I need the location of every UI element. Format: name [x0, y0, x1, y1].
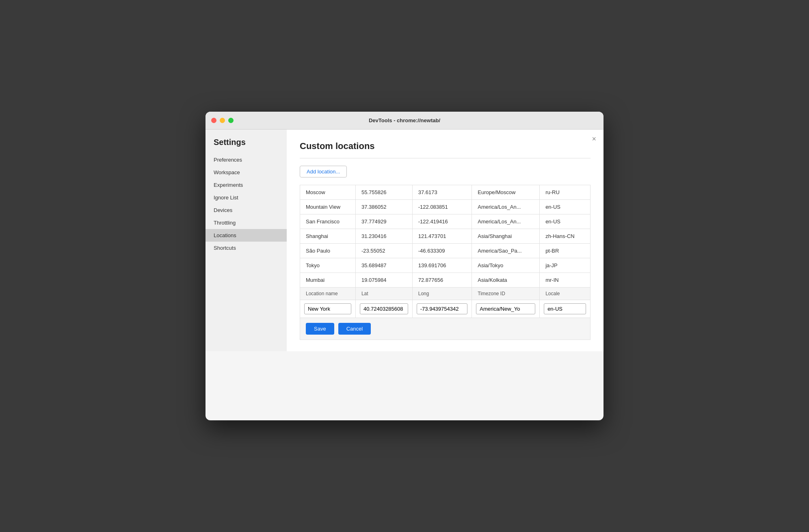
traffic-lights	[211, 118, 234, 123]
cell-timezone: America/Los_An...	[472, 200, 540, 214]
app-window: DevTools - chrome://newtab/ Settings Pre…	[205, 112, 604, 420]
page-title: Custom locations	[300, 141, 591, 151]
header-long: Long	[412, 288, 472, 300]
cell-lat: 35.689487	[355, 258, 412, 273]
sidebar-item-experiments[interactable]: Experiments	[205, 179, 287, 191]
actions-cell: SaveCancel	[300, 318, 591, 340]
cell-timezone: Asia/Tokyo	[472, 258, 540, 273]
input-lat[interactable]	[360, 303, 408, 314]
cell-lat: 19.075984	[355, 273, 412, 288]
cell-long: -122.419416	[412, 214, 472, 229]
sidebar-item-shortcuts[interactable]: Shortcuts	[205, 242, 287, 254]
cell-locale: mr-IN	[540, 273, 591, 288]
header-timezone: Timezone ID	[472, 288, 540, 300]
cell-timezone: Asia/Kolkata	[472, 273, 540, 288]
sidebar: Settings Preferences Workspace Experimen…	[205, 130, 287, 351]
cell-lat: -23.55052	[355, 244, 412, 258]
input-cell-lat	[355, 300, 412, 318]
settings-heading: Settings	[205, 138, 287, 154]
cell-lat: 37.386052	[355, 200, 412, 214]
table-row: São Paulo-23.55052-46.633309America/Sao_…	[300, 244, 591, 258]
locations-table: Moscow55.75582637.6173Europe/Moscowru-RU…	[300, 185, 591, 340]
actions-row: SaveCancel	[300, 318, 591, 340]
input-cell-timezone	[472, 300, 540, 318]
close-button[interactable]: ×	[592, 135, 596, 143]
cancel-button[interactable]: Cancel	[338, 323, 371, 335]
table-row: Moscow55.75582637.6173Europe/Moscowru-RU	[300, 185, 591, 200]
cell-locale: ru-RU	[540, 185, 591, 200]
cell-name: São Paulo	[300, 244, 356, 258]
cell-timezone: America/Sao_Pa...	[472, 244, 540, 258]
input-timezone[interactable]	[476, 303, 535, 314]
cell-name: Tokyo	[300, 258, 356, 273]
sidebar-item-devices[interactable]: Devices	[205, 204, 287, 216]
maximize-traffic-light[interactable]	[228, 118, 234, 123]
cell-locale: en-US	[540, 214, 591, 229]
add-location-button[interactable]: Add location...	[300, 166, 347, 177]
table-row: San Francisco37.774929-122.419416America…	[300, 214, 591, 229]
titlebar: DevTools - chrome://newtab/	[205, 112, 604, 130]
cell-lat: 37.774929	[355, 214, 412, 229]
cell-long: 72.877656	[412, 273, 472, 288]
cell-name: San Francisco	[300, 214, 356, 229]
input-long[interactable]	[417, 303, 468, 314]
sidebar-item-ignore-list[interactable]: Ignore List	[205, 191, 287, 204]
cell-long: 37.6173	[412, 185, 472, 200]
cell-long: -122.083851	[412, 200, 472, 214]
cell-lat: 31.230416	[355, 229, 412, 244]
cell-long: -46.633309	[412, 244, 472, 258]
main-content: × Custom locations Add location... Mosco…	[287, 130, 604, 351]
content-area: Settings Preferences Workspace Experimen…	[205, 130, 604, 351]
sidebar-item-preferences[interactable]: Preferences	[205, 154, 287, 166]
header-locale: Locale	[540, 288, 591, 300]
cell-locale: en-US	[540, 200, 591, 214]
cell-name: Shanghai	[300, 229, 356, 244]
cell-long: 139.691706	[412, 258, 472, 273]
new-row-header: Location nameLatLongTimezone IDLocale	[300, 288, 591, 300]
cell-locale: pt-BR	[540, 244, 591, 258]
table-row: Shanghai31.230416121.473701Asia/Shanghai…	[300, 229, 591, 244]
save-button[interactable]: Save	[306, 323, 334, 335]
cell-locale: ja-JP	[540, 258, 591, 273]
cell-timezone: Asia/Shanghai	[472, 229, 540, 244]
input-cell-name	[300, 300, 356, 318]
header-name: Location name	[300, 288, 356, 300]
title-divider	[300, 158, 591, 158]
window-title: DevTools - chrome://newtab/	[369, 117, 440, 123]
cell-locale: zh-Hans-CN	[540, 229, 591, 244]
minimize-traffic-light[interactable]	[220, 118, 225, 123]
cell-name: Moscow	[300, 185, 356, 200]
table-row: Mountain View37.386052-122.083851America…	[300, 200, 591, 214]
input-cell-locale	[540, 300, 591, 318]
cell-lat: 55.755826	[355, 185, 412, 200]
input-cell-long	[412, 300, 472, 318]
sidebar-item-locations[interactable]: Locations	[205, 229, 287, 242]
table-row: Tokyo35.689487139.691706Asia/Tokyoja-JP	[300, 258, 591, 273]
cell-name: Mountain View	[300, 200, 356, 214]
input-name[interactable]	[304, 303, 351, 314]
cell-timezone: America/Los_An...	[472, 214, 540, 229]
cell-timezone: Europe/Moscow	[472, 185, 540, 200]
input-locale[interactable]	[544, 303, 586, 314]
close-traffic-light[interactable]	[211, 118, 216, 123]
header-lat: Lat	[355, 288, 412, 300]
table-row: Mumbai19.07598472.877656Asia/Kolkatamr-I…	[300, 273, 591, 288]
new-row-inputs	[300, 300, 591, 318]
cell-name: Mumbai	[300, 273, 356, 288]
sidebar-item-workspace[interactable]: Workspace	[205, 166, 287, 179]
sidebar-item-throttling[interactable]: Throttling	[205, 216, 287, 229]
cell-long: 121.473701	[412, 229, 472, 244]
